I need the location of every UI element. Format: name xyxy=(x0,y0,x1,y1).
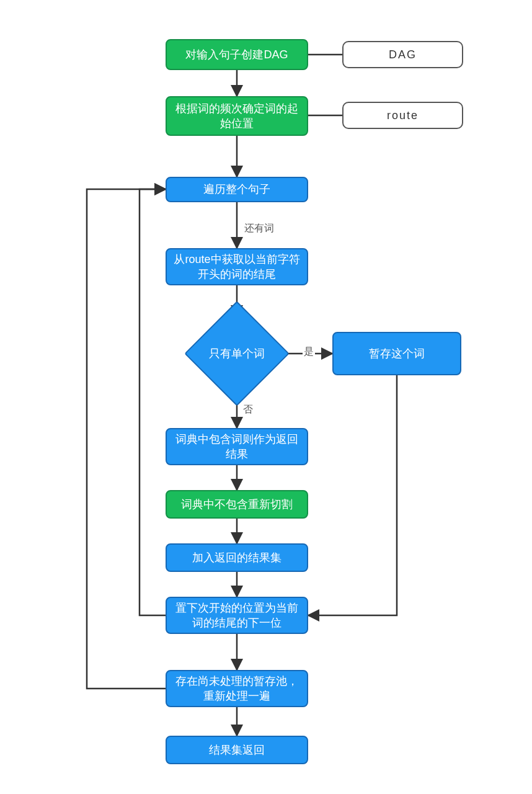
node-label: 遍历整个句子 xyxy=(203,182,270,197)
node-label: 从route中获取以当前字符开头的词的结尾 xyxy=(173,252,301,282)
edge-label-yes: 是 xyxy=(303,346,315,359)
node-buffer-word: 暂存这个词 xyxy=(332,332,461,375)
node-not-in-dict-resplit: 词典中不包含重新切割 xyxy=(166,490,308,519)
node-label: 暂存这个词 xyxy=(369,346,425,361)
node-label: 置下次开始的位置为当前词的结尾的下一位 xyxy=(173,600,301,631)
node-set-next-start: 置下次开始的位置为当前词的结尾的下一位 xyxy=(166,597,308,634)
node-label: 加入返回的结果集 xyxy=(192,550,282,565)
node-return-results: 结果集返回 xyxy=(166,736,308,764)
node-label: 词典中包含词则作为返回结果 xyxy=(173,432,301,462)
node-label: 存在尚未处理的暂存池，重新处理一遍 xyxy=(173,674,301,704)
node-label: 结果集返回 xyxy=(209,743,265,757)
node-determine-start: 根据词的频次确定词的起始位置 xyxy=(166,96,308,136)
decision-single-word: 只有单个词 xyxy=(200,316,274,391)
annotation-route: route xyxy=(342,102,463,129)
node-add-to-results: 加入返回的结果集 xyxy=(166,543,308,572)
node-create-dag: 对输入句子创建DAG xyxy=(166,39,308,70)
node-label: 对输入句子创建DAG xyxy=(185,47,288,62)
annotation-dag: DAG xyxy=(342,41,463,68)
flowchart-canvas: 对输入句子创建DAG DAG 根据词的频次确定词的起始位置 route 遍历整个… xyxy=(0,0,532,794)
node-in-dict-return: 词典中包含词则作为返回结果 xyxy=(166,428,308,465)
node-pending-buffer-reprocess: 存在尚未处理的暂存池，重新处理一遍 xyxy=(166,670,308,707)
node-get-end-from-route: 从route中获取以当前字符开头的词的结尾 xyxy=(166,248,308,285)
node-label: 只有单个词 xyxy=(209,346,265,361)
node-label: route xyxy=(387,108,419,123)
node-label: DAG xyxy=(389,47,417,62)
node-label: 根据词的频次确定词的起始位置 xyxy=(173,101,301,132)
node-label: 词典中不包含重新切割 xyxy=(181,497,293,512)
edge-label-has-word: 还有词 xyxy=(243,222,275,235)
edge-label-no: 否 xyxy=(242,403,254,416)
node-traverse-sentence: 遍历整个句子 xyxy=(166,177,308,202)
